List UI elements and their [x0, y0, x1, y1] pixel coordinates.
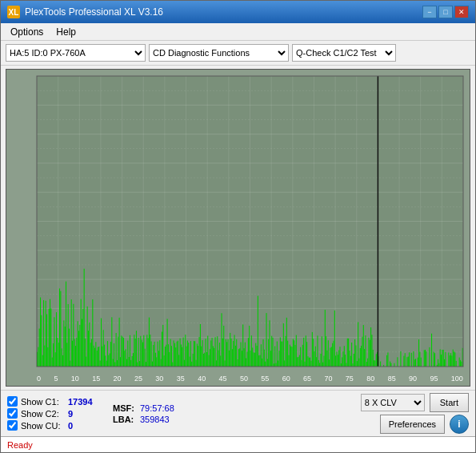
drive-select[interactable]: HA:5 ID:0 PX-760A — [6, 44, 146, 62]
bottom-status-bar: Ready — [1, 436, 475, 452]
x-label-15: 15 — [92, 375, 100, 383]
maximize-button[interactable]: □ — [438, 6, 453, 18]
x-label-55: 55 — [261, 375, 269, 383]
x-label-100: 100 — [451, 375, 463, 383]
x-label-90: 90 — [409, 375, 417, 383]
x-label-5: 5 — [54, 375, 58, 383]
x-label-70: 70 — [324, 375, 332, 383]
checkbox-group: Show C1: 17394 Show C2: 9 Show CU: 0 — [7, 396, 100, 431]
x-label-35: 35 — [177, 375, 185, 383]
show-cu-label: Show CU: — [21, 421, 65, 431]
x-label-50: 50 — [240, 375, 248, 383]
function-select[interactable]: CD Diagnostic Functions — [149, 44, 289, 62]
show-c1-checkbox[interactable] — [7, 396, 18, 407]
title-bar-left: XL PlexTools Professional XL V3.16 — [7, 6, 163, 18]
show-c2-row: Show C2: 9 — [7, 408, 100, 419]
msf-lba-group: MSF: 79:57:68 LBA: 359843 — [113, 403, 174, 424]
controls-right: 8 X CLV Start Preferences i — [361, 393, 469, 434]
ready-text: Ready — [7, 440, 33, 450]
title-bar-controls: − □ ✕ — [422, 6, 469, 18]
x-label-10: 10 — [71, 375, 79, 383]
x-label-75: 75 — [346, 375, 354, 383]
x-label-95: 95 — [430, 375, 438, 383]
menu-help[interactable]: Help — [50, 25, 82, 39]
show-c2-checkbox[interactable] — [7, 408, 18, 419]
menu-options[interactable]: Options — [4, 25, 50, 39]
c1-value: 17394 — [68, 397, 100, 407]
chart-area: 200 190 180 170 160 150 140 130 120 110 … — [6, 69, 470, 387]
x-label-0: 0 — [37, 375, 41, 383]
x-label-45: 45 — [219, 375, 227, 383]
x-label-60: 60 — [282, 375, 290, 383]
x-axis-labels: 0 5 10 15 20 25 30 35 40 45 50 55 60 65 … — [37, 375, 463, 383]
x-label-25: 25 — [134, 375, 142, 383]
close-button[interactable]: ✕ — [454, 6, 469, 18]
show-c2-label: Show C2: — [21, 409, 65, 419]
x-label-30: 30 — [155, 375, 163, 383]
lba-row: LBA: 359843 — [113, 415, 174, 424]
msf-label: MSF: — [113, 403, 137, 413]
lba-label: LBA: — [113, 415, 137, 424]
app-icon: XL — [7, 6, 20, 18]
show-cu-checkbox[interactable] — [7, 420, 18, 431]
toolbar: HA:5 ID:0 PX-760A CD Diagnostic Function… — [1, 41, 475, 66]
window-title: PlexTools Professional XL V3.16 — [25, 6, 163, 18]
title-bar: XL PlexTools Professional XL V3.16 − □ ✕ — [1, 1, 475, 23]
controls-row1: 8 X CLV Start — [361, 393, 469, 412]
c2-value: 9 — [68, 409, 100, 419]
test-select[interactable]: Q-Check C1/C2 Test — [292, 44, 396, 62]
menu-bar: Options Help — [1, 23, 475, 41]
x-label-85: 85 — [388, 375, 396, 383]
minimize-button[interactable]: − — [422, 6, 437, 18]
main-window: XL PlexTools Professional XL V3.16 − □ ✕… — [0, 0, 476, 453]
start-button[interactable]: Start — [430, 393, 469, 412]
speed-select[interactable]: 8 X CLV — [361, 394, 425, 411]
x-label-40: 40 — [198, 375, 206, 383]
x-label-65: 65 — [303, 375, 311, 383]
cu-value: 0 — [68, 421, 100, 431]
chart-canvas — [6, 70, 470, 386]
show-cu-row: Show CU: 0 — [7, 420, 100, 431]
msf-value: 79:57:68 — [140, 403, 174, 413]
info-button[interactable]: i — [450, 415, 469, 434]
msf-row: MSF: 79:57:68 — [113, 403, 174, 413]
show-c1-row: Show C1: 17394 — [7, 396, 100, 407]
lba-value: 359843 — [140, 415, 170, 424]
preferences-button[interactable]: Preferences — [380, 415, 445, 434]
status-bar: Show C1: 17394 Show C2: 9 Show CU: 0 MSF… — [1, 390, 475, 436]
show-c1-label: Show C1: — [21, 397, 65, 407]
controls-row2: Preferences i — [380, 415, 469, 434]
x-label-20: 20 — [114, 375, 122, 383]
x-label-80: 80 — [366, 375, 374, 383]
